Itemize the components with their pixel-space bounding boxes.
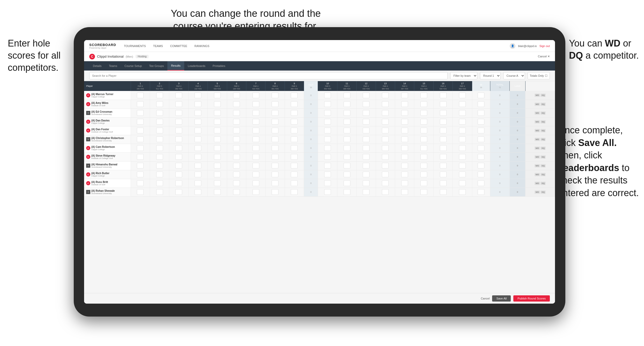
hole-3-input[interactable]	[175, 154, 182, 160]
hole-17-input[interactable]	[459, 154, 466, 160]
hole-13-cell[interactable]	[376, 152, 395, 161]
hole-14-cell[interactable]	[395, 188, 414, 196]
hole-12-input[interactable]	[363, 172, 369, 177]
hole-4-cell[interactable]	[188, 188, 208, 196]
hole-7-cell[interactable]	[246, 161, 265, 170]
hole-2-cell[interactable]	[150, 188, 169, 196]
hole-5-input[interactable]	[214, 145, 221, 151]
hole-13-cell[interactable]	[376, 170, 395, 179]
hole-17-input[interactable]	[459, 180, 466, 186]
hole-12-cell[interactable]	[357, 144, 376, 152]
hole-1-cell[interactable]	[131, 152, 150, 161]
hole-8-cell[interactable]	[265, 170, 285, 179]
hole-12-input[interactable]	[363, 128, 369, 133]
hole-5-input[interactable]	[214, 110, 221, 116]
hole-13-cell[interactable]	[376, 144, 395, 152]
hole-3-input[interactable]	[175, 172, 182, 177]
hole-3-input[interactable]	[175, 163, 182, 168]
hole-18-input[interactable]	[478, 163, 484, 168]
hole-7-cell[interactable]	[246, 100, 265, 109]
hole-2-cell[interactable]	[150, 100, 169, 109]
hole-11-input[interactable]	[344, 119, 350, 125]
hole-9-input[interactable]	[291, 110, 298, 116]
wd-button[interactable]: WD	[535, 138, 540, 141]
hole-16-cell[interactable]	[433, 144, 453, 152]
hole-17-input[interactable]	[459, 119, 466, 125]
wd-button[interactable]: WD	[535, 120, 540, 124]
hole-6-input[interactable]	[233, 163, 240, 168]
hole-7-input[interactable]	[253, 110, 259, 116]
hole-4-input[interactable]	[195, 154, 201, 160]
hole-16-input[interactable]	[440, 189, 447, 195]
wd-button[interactable]: WD	[535, 164, 540, 167]
hole-18-input[interactable]	[478, 145, 484, 151]
hole-10-input[interactable]	[324, 101, 331, 107]
hole-12-input[interactable]	[363, 189, 369, 195]
hole-6-cell[interactable]	[227, 152, 246, 161]
hole-16-input[interactable]	[440, 110, 447, 116]
dq-button[interactable]: DQ	[541, 164, 546, 167]
hole-2-cell[interactable]	[150, 170, 169, 179]
hole-5-cell[interactable]	[208, 152, 227, 161]
hole-12-cell[interactable]	[357, 126, 376, 135]
hole-8-cell[interactable]	[265, 117, 285, 126]
hole-2-input[interactable]	[156, 119, 163, 125]
hole-10-cell[interactable]	[318, 188, 337, 196]
hole-15-cell[interactable]	[414, 100, 433, 109]
hole-12-input[interactable]	[363, 119, 369, 125]
hole-15-input[interactable]	[420, 136, 427, 142]
hole-7-input[interactable]	[253, 93, 259, 98]
hole-11-input[interactable]	[344, 101, 350, 107]
hole-17-input[interactable]	[459, 101, 466, 107]
hole-1-cell[interactable]	[131, 91, 150, 100]
hole-10-cell[interactable]	[318, 117, 337, 126]
hole-8-input[interactable]	[272, 154, 278, 160]
hole-8-cell[interactable]	[265, 100, 285, 109]
hole-7-input[interactable]	[253, 128, 259, 133]
hole-4-input[interactable]	[195, 145, 201, 151]
hole-15-input[interactable]	[420, 119, 427, 125]
hole-14-cell[interactable]	[395, 126, 414, 135]
hole-5-input[interactable]	[214, 93, 221, 98]
hole-6-cell[interactable]	[227, 144, 246, 152]
hole-12-input[interactable]	[363, 93, 369, 98]
hole-5-cell[interactable]	[208, 179, 227, 188]
hole-6-cell[interactable]	[227, 109, 246, 117]
hole-7-input[interactable]	[253, 163, 259, 168]
hole-5-cell[interactable]	[208, 117, 227, 126]
hole-12-input[interactable]	[363, 180, 369, 186]
hole-18-input[interactable]	[478, 189, 484, 195]
hole-5-cell[interactable]	[208, 144, 227, 152]
hole-5-cell[interactable]	[208, 91, 227, 100]
hole-11-input[interactable]	[344, 189, 350, 195]
hole-5-input[interactable]	[214, 163, 221, 168]
hole-11-cell[interactable]	[337, 135, 356, 144]
hole-15-cell[interactable]	[414, 179, 433, 188]
hole-7-cell[interactable]	[246, 117, 265, 126]
hole-13-input[interactable]	[382, 189, 389, 195]
hole-14-input[interactable]	[401, 101, 408, 107]
hole-5-cell[interactable]	[208, 100, 227, 109]
hole-6-cell[interactable]	[227, 179, 246, 188]
hole-16-cell[interactable]	[433, 117, 453, 126]
hole-14-cell[interactable]	[395, 135, 414, 144]
hole-9-input[interactable]	[291, 128, 298, 133]
hole-2-cell[interactable]	[150, 152, 169, 161]
hole-3-input[interactable]	[175, 128, 182, 133]
hole-6-input[interactable]	[233, 119, 240, 125]
hole-18-cell[interactable]	[472, 179, 490, 188]
hole-10-input[interactable]	[324, 172, 331, 177]
hole-1-input[interactable]	[137, 119, 144, 125]
hole-14-input[interactable]	[401, 93, 408, 98]
hole-8-input[interactable]	[272, 128, 278, 133]
hole-10-cell[interactable]	[318, 152, 337, 161]
hole-4-input[interactable]	[195, 119, 201, 125]
hole-14-input[interactable]	[401, 136, 408, 142]
hole-12-cell[interactable]	[357, 152, 376, 161]
hole-10-cell[interactable]	[318, 100, 337, 109]
hole-9-cell[interactable]	[285, 109, 304, 117]
hole-17-cell[interactable]	[453, 170, 472, 179]
hole-2-input[interactable]	[156, 154, 163, 160]
hole-7-input[interactable]	[253, 180, 259, 186]
hole-15-input[interactable]	[420, 128, 427, 133]
